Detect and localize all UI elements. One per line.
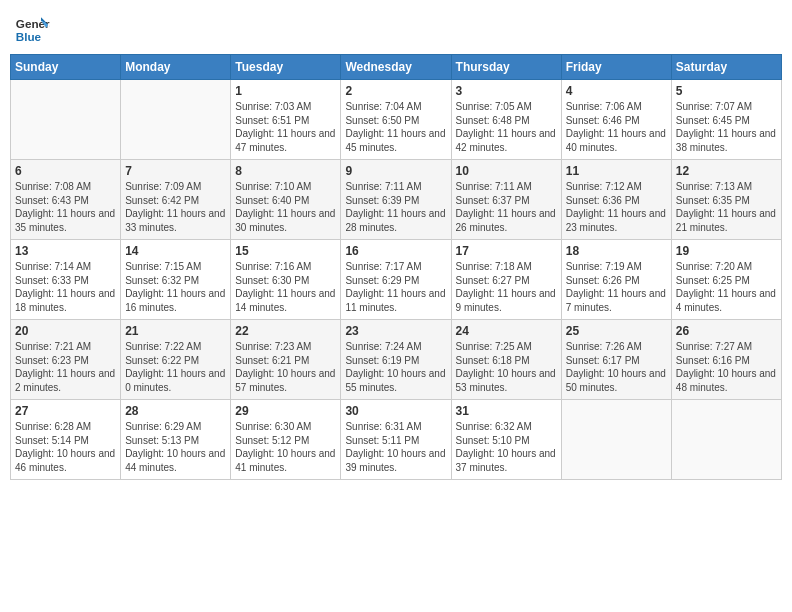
day-number: 30	[345, 404, 446, 418]
day-info: Sunrise: 7:07 AM Sunset: 6:45 PM Dayligh…	[676, 100, 777, 154]
weekday-header: Saturday	[671, 55, 781, 80]
day-info: Sunrise: 7:15 AM Sunset: 6:32 PM Dayligh…	[125, 260, 226, 314]
day-info: Sunrise: 7:20 AM Sunset: 6:25 PM Dayligh…	[676, 260, 777, 314]
weekday-header-row: SundayMondayTuesdayWednesdayThursdayFrid…	[11, 55, 782, 80]
calendar-cell	[561, 400, 671, 480]
day-number: 6	[15, 164, 116, 178]
weekday-header: Tuesday	[231, 55, 341, 80]
weekday-header: Wednesday	[341, 55, 451, 80]
day-info: Sunrise: 7:22 AM Sunset: 6:22 PM Dayligh…	[125, 340, 226, 394]
day-number: 24	[456, 324, 557, 338]
calendar-week-row: 6Sunrise: 7:08 AM Sunset: 6:43 PM Daylig…	[11, 160, 782, 240]
day-number: 2	[345, 84, 446, 98]
calendar-cell: 13Sunrise: 7:14 AM Sunset: 6:33 PM Dayli…	[11, 240, 121, 320]
calendar-week-row: 13Sunrise: 7:14 AM Sunset: 6:33 PM Dayli…	[11, 240, 782, 320]
calendar-cell: 19Sunrise: 7:20 AM Sunset: 6:25 PM Dayli…	[671, 240, 781, 320]
calendar-cell: 5Sunrise: 7:07 AM Sunset: 6:45 PM Daylig…	[671, 80, 781, 160]
calendar-week-row: 1Sunrise: 7:03 AM Sunset: 6:51 PM Daylig…	[11, 80, 782, 160]
day-number: 10	[456, 164, 557, 178]
calendar-cell: 4Sunrise: 7:06 AM Sunset: 6:46 PM Daylig…	[561, 80, 671, 160]
day-info: Sunrise: 7:10 AM Sunset: 6:40 PM Dayligh…	[235, 180, 336, 234]
calendar-cell: 28Sunrise: 6:29 AM Sunset: 5:13 PM Dayli…	[121, 400, 231, 480]
weekday-header: Monday	[121, 55, 231, 80]
calendar-cell: 23Sunrise: 7:24 AM Sunset: 6:19 PM Dayli…	[341, 320, 451, 400]
calendar-cell: 2Sunrise: 7:04 AM Sunset: 6:50 PM Daylig…	[341, 80, 451, 160]
calendar-cell: 20Sunrise: 7:21 AM Sunset: 6:23 PM Dayli…	[11, 320, 121, 400]
calendar-cell: 9Sunrise: 7:11 AM Sunset: 6:39 PM Daylig…	[341, 160, 451, 240]
day-number: 16	[345, 244, 446, 258]
day-info: Sunrise: 7:11 AM Sunset: 6:39 PM Dayligh…	[345, 180, 446, 234]
calendar-cell: 21Sunrise: 7:22 AM Sunset: 6:22 PM Dayli…	[121, 320, 231, 400]
calendar-cell: 10Sunrise: 7:11 AM Sunset: 6:37 PM Dayli…	[451, 160, 561, 240]
day-number: 4	[566, 84, 667, 98]
calendar-cell: 16Sunrise: 7:17 AM Sunset: 6:29 PM Dayli…	[341, 240, 451, 320]
day-info: Sunrise: 7:18 AM Sunset: 6:27 PM Dayligh…	[456, 260, 557, 314]
day-number: 25	[566, 324, 667, 338]
day-info: Sunrise: 7:11 AM Sunset: 6:37 PM Dayligh…	[456, 180, 557, 234]
svg-text:Blue: Blue	[16, 30, 42, 43]
calendar-table: SundayMondayTuesdayWednesdayThursdayFrid…	[10, 54, 782, 480]
day-number: 31	[456, 404, 557, 418]
day-number: 17	[456, 244, 557, 258]
day-info: Sunrise: 7:21 AM Sunset: 6:23 PM Dayligh…	[15, 340, 116, 394]
day-number: 20	[15, 324, 116, 338]
day-info: Sunrise: 7:12 AM Sunset: 6:36 PM Dayligh…	[566, 180, 667, 234]
day-info: Sunrise: 7:16 AM Sunset: 6:30 PM Dayligh…	[235, 260, 336, 314]
day-number: 7	[125, 164, 226, 178]
day-number: 19	[676, 244, 777, 258]
day-info: Sunrise: 7:03 AM Sunset: 6:51 PM Dayligh…	[235, 100, 336, 154]
calendar-cell: 8Sunrise: 7:10 AM Sunset: 6:40 PM Daylig…	[231, 160, 341, 240]
day-number: 15	[235, 244, 336, 258]
logo: General Blue	[14, 10, 54, 46]
day-info: Sunrise: 6:30 AM Sunset: 5:12 PM Dayligh…	[235, 420, 336, 474]
day-info: Sunrise: 7:25 AM Sunset: 6:18 PM Dayligh…	[456, 340, 557, 394]
day-number: 1	[235, 84, 336, 98]
calendar-cell: 31Sunrise: 6:32 AM Sunset: 5:10 PM Dayli…	[451, 400, 561, 480]
weekday-header: Friday	[561, 55, 671, 80]
day-info: Sunrise: 7:23 AM Sunset: 6:21 PM Dayligh…	[235, 340, 336, 394]
day-number: 11	[566, 164, 667, 178]
day-number: 28	[125, 404, 226, 418]
calendar-cell: 11Sunrise: 7:12 AM Sunset: 6:36 PM Dayli…	[561, 160, 671, 240]
day-number: 12	[676, 164, 777, 178]
page-header: General Blue	[10, 10, 782, 46]
calendar-cell	[11, 80, 121, 160]
day-info: Sunrise: 7:27 AM Sunset: 6:16 PM Dayligh…	[676, 340, 777, 394]
day-info: Sunrise: 7:19 AM Sunset: 6:26 PM Dayligh…	[566, 260, 667, 314]
calendar-cell: 22Sunrise: 7:23 AM Sunset: 6:21 PM Dayli…	[231, 320, 341, 400]
calendar-cell: 12Sunrise: 7:13 AM Sunset: 6:35 PM Dayli…	[671, 160, 781, 240]
day-info: Sunrise: 7:08 AM Sunset: 6:43 PM Dayligh…	[15, 180, 116, 234]
day-info: Sunrise: 7:05 AM Sunset: 6:48 PM Dayligh…	[456, 100, 557, 154]
calendar-cell: 7Sunrise: 7:09 AM Sunset: 6:42 PM Daylig…	[121, 160, 231, 240]
calendar-cell	[671, 400, 781, 480]
day-number: 27	[15, 404, 116, 418]
day-info: Sunrise: 7:26 AM Sunset: 6:17 PM Dayligh…	[566, 340, 667, 394]
calendar-cell: 15Sunrise: 7:16 AM Sunset: 6:30 PM Dayli…	[231, 240, 341, 320]
day-info: Sunrise: 7:13 AM Sunset: 6:35 PM Dayligh…	[676, 180, 777, 234]
day-number: 14	[125, 244, 226, 258]
calendar-cell: 3Sunrise: 7:05 AM Sunset: 6:48 PM Daylig…	[451, 80, 561, 160]
day-info: Sunrise: 6:29 AM Sunset: 5:13 PM Dayligh…	[125, 420, 226, 474]
day-info: Sunrise: 7:06 AM Sunset: 6:46 PM Dayligh…	[566, 100, 667, 154]
calendar-cell: 24Sunrise: 7:25 AM Sunset: 6:18 PM Dayli…	[451, 320, 561, 400]
calendar-cell: 14Sunrise: 7:15 AM Sunset: 6:32 PM Dayli…	[121, 240, 231, 320]
calendar-cell: 18Sunrise: 7:19 AM Sunset: 6:26 PM Dayli…	[561, 240, 671, 320]
calendar-cell: 30Sunrise: 6:31 AM Sunset: 5:11 PM Dayli…	[341, 400, 451, 480]
day-info: Sunrise: 7:17 AM Sunset: 6:29 PM Dayligh…	[345, 260, 446, 314]
calendar-cell: 27Sunrise: 6:28 AM Sunset: 5:14 PM Dayli…	[11, 400, 121, 480]
day-info: Sunrise: 7:14 AM Sunset: 6:33 PM Dayligh…	[15, 260, 116, 314]
day-info: Sunrise: 6:28 AM Sunset: 5:14 PM Dayligh…	[15, 420, 116, 474]
day-number: 18	[566, 244, 667, 258]
day-number: 8	[235, 164, 336, 178]
day-number: 13	[15, 244, 116, 258]
calendar-week-row: 20Sunrise: 7:21 AM Sunset: 6:23 PM Dayli…	[11, 320, 782, 400]
day-info: Sunrise: 7:04 AM Sunset: 6:50 PM Dayligh…	[345, 100, 446, 154]
calendar-cell: 1Sunrise: 7:03 AM Sunset: 6:51 PM Daylig…	[231, 80, 341, 160]
calendar-cell: 6Sunrise: 7:08 AM Sunset: 6:43 PM Daylig…	[11, 160, 121, 240]
calendar-cell: 17Sunrise: 7:18 AM Sunset: 6:27 PM Dayli…	[451, 240, 561, 320]
day-number: 21	[125, 324, 226, 338]
day-info: Sunrise: 6:31 AM Sunset: 5:11 PM Dayligh…	[345, 420, 446, 474]
day-number: 22	[235, 324, 336, 338]
day-number: 9	[345, 164, 446, 178]
day-number: 26	[676, 324, 777, 338]
